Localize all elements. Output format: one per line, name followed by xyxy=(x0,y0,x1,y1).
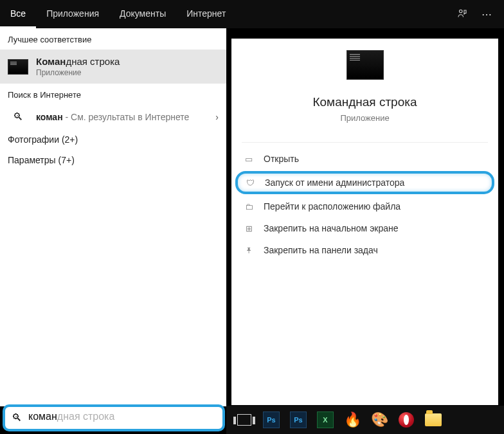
pin-start-icon: ⊞ xyxy=(243,224,255,233)
taskbar-explorer[interactable] xyxy=(420,407,446,433)
excel-icon: X xyxy=(317,411,334,428)
action-run-admin-label: Запуск от имени администратора xyxy=(265,177,404,188)
best-match-text: Командная строка Приложение xyxy=(36,56,120,77)
svg-point-0 xyxy=(460,10,463,13)
details-pane: Командная строка Приложение ▭ Открыть 🛡︎… xyxy=(231,39,498,405)
taskbar-photoshop-1[interactable]: Ps xyxy=(258,407,284,433)
best-match-rest: дная строка xyxy=(66,56,120,67)
search-tabs: Все Приложения Документы Интернет Другие… xyxy=(0,0,226,28)
start-search-panel: Все Приложения Документы Интернет Другие… xyxy=(0,0,226,406)
taskbar-excel[interactable]: X xyxy=(312,407,338,433)
action-pin-taskbar-label: Закрепить на панели задач xyxy=(264,245,378,255)
taskbar-paint[interactable]: 🎨 xyxy=(366,407,392,433)
folder-open-icon: 🗀 xyxy=(243,202,255,212)
search-input[interactable] xyxy=(28,411,216,425)
category-settings[interactable]: Параметры (7+) xyxy=(0,150,226,170)
section-best-match: Лучшее соответствие xyxy=(0,28,226,50)
best-match-highlight: Коман xyxy=(36,56,66,67)
search-box[interactable]: 🔍︎ командная строка коман xyxy=(3,404,225,431)
action-open-label: Открыть xyxy=(264,154,299,164)
app-title: Командная строка xyxy=(231,95,498,109)
photoshop-icon: Ps xyxy=(263,411,280,428)
web-search-item[interactable]: 🔍︎ коман - См. результаты в Интернете › xyxy=(0,105,226,129)
action-open-location[interactable]: 🗀 Перейти к расположению файла xyxy=(231,195,498,217)
section-web-search: Поиск в Интернете xyxy=(0,84,226,105)
taskbar-photoshop-2[interactable]: Ps xyxy=(285,407,311,433)
web-search-term: коман xyxy=(36,112,63,122)
task-view-icon xyxy=(237,414,251,426)
app-subtitle: Приложение xyxy=(231,113,498,123)
header-right: ⋯ xyxy=(226,0,504,28)
web-search-sub: - См. результаты в Интернете xyxy=(63,112,190,122)
pin-taskbar-icon: 🖈︎ xyxy=(243,246,255,255)
cmd-icon xyxy=(8,59,28,75)
action-open[interactable]: ▭ Открыть xyxy=(231,148,498,170)
taskbar-opera[interactable] xyxy=(393,407,419,433)
search-icon: 🔍︎ xyxy=(8,111,28,123)
tab-all[interactable]: Все xyxy=(0,0,36,28)
folder-icon xyxy=(425,413,442,426)
more-icon[interactable]: ⋯ xyxy=(476,3,498,25)
tab-apps[interactable]: Приложения xyxy=(36,0,109,28)
search-icon: 🔍︎ xyxy=(12,412,22,424)
task-view-button[interactable] xyxy=(231,407,257,433)
best-match-subtitle: Приложение xyxy=(36,68,120,77)
tab-docs[interactable]: Документы xyxy=(109,0,176,28)
open-icon: ▭ xyxy=(243,154,255,164)
flame-icon: 🔥 xyxy=(344,411,361,428)
action-pin-start[interactable]: ⊞ Закрепить на начальном экране xyxy=(231,217,498,239)
app-hero: Командная строка Приложение xyxy=(231,39,498,137)
search-results: Лучшее соответствие Командная строка При… xyxy=(0,28,226,406)
category-photos[interactable]: Фотографии (2+) xyxy=(0,129,226,150)
cmd-icon-large xyxy=(346,50,384,80)
action-run-admin[interactable]: 🛡︎ Запуск от имени администратора xyxy=(235,171,494,194)
best-match-item[interactable]: Командная строка Приложение xyxy=(0,50,226,84)
action-pin-start-label: Закрепить на начальном экране xyxy=(264,223,399,233)
action-open-location-label: Перейти к расположению файла xyxy=(264,201,401,212)
taskbar-burn[interactable]: 🔥 xyxy=(339,407,365,433)
action-pin-taskbar[interactable]: 🖈︎ Закрепить на панели задач xyxy=(231,239,498,261)
taskbar: Ps Ps X 🔥 🎨 xyxy=(226,406,504,434)
opera-icon xyxy=(399,412,414,428)
divider xyxy=(242,142,488,143)
photoshop-icon: Ps xyxy=(290,411,307,428)
feedback-icon[interactable] xyxy=(451,3,473,25)
admin-icon: 🛡︎ xyxy=(244,178,256,188)
palette-icon: 🎨 xyxy=(371,411,388,428)
chevron-right-icon: › xyxy=(215,112,219,122)
